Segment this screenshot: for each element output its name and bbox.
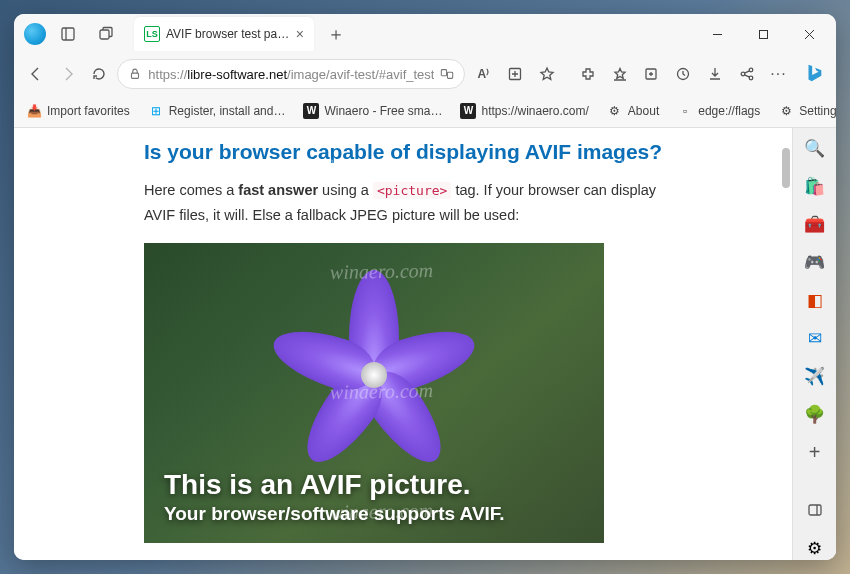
- fav-label: About: [628, 104, 659, 118]
- tab-title: AVIF browser test page: AVIF su…: [166, 27, 290, 41]
- flower-illustration: [264, 265, 484, 485]
- settings-side-icon[interactable]: ⚙: [803, 536, 827, 560]
- svg-point-20: [749, 76, 753, 80]
- svg-rect-4: [759, 30, 767, 38]
- svg-rect-8: [442, 70, 447, 76]
- hide-sidebar-icon[interactable]: [803, 498, 827, 522]
- page-intro: Here comes a fast answer using a <pictur…: [144, 178, 672, 227]
- svg-rect-7: [132, 73, 139, 78]
- svg-line-22: [744, 75, 749, 77]
- gear-icon: ⚙: [607, 103, 623, 119]
- gear-icon: ⚙: [778, 103, 794, 119]
- games-side-icon[interactable]: 🎮: [803, 250, 827, 274]
- tab-favicon: LS: [144, 26, 160, 42]
- url-input[interactable]: https://libre-software.net/image/avif-te…: [117, 59, 465, 89]
- window-close-button[interactable]: [786, 18, 832, 50]
- edge-sidebar: 🔍 🛍️ 🧰 🎮 ◧ ✉ ✈️ 🌳 + ⚙: [792, 128, 836, 560]
- extensions-icon[interactable]: [574, 58, 602, 90]
- fav-label: Settings: [799, 104, 836, 118]
- fav-flags[interactable]: ▫ edge://flags: [673, 100, 764, 122]
- lock-icon: [128, 67, 142, 81]
- windows-icon: ⊞: [148, 103, 164, 119]
- site-icon: W: [460, 103, 476, 119]
- back-button[interactable]: [22, 58, 50, 90]
- content-area: Is your browser capable of displaying AV…: [14, 128, 836, 560]
- add-side-icon[interactable]: +: [803, 440, 827, 464]
- fav-label: edge://flags: [698, 104, 760, 118]
- window-minimize-button[interactable]: [694, 18, 740, 50]
- svg-point-19: [749, 68, 753, 72]
- reading-list-icon[interactable]: [501, 58, 529, 90]
- fav-label: Winaero - Free sma…: [324, 104, 442, 118]
- avif-test-image: This is an AVIF picture. Your browser/so…: [144, 243, 604, 543]
- share-icon[interactable]: [733, 58, 761, 90]
- send-side-icon[interactable]: ✈️: [803, 364, 827, 388]
- fav-register[interactable]: ⊞ Register, install and…: [144, 100, 290, 122]
- outlook-side-icon[interactable]: ✉: [803, 326, 827, 350]
- svg-rect-2: [100, 30, 109, 39]
- svg-rect-23: [809, 505, 821, 515]
- browser-tab[interactable]: LS AVIF browser test page: AVIF su… ×: [134, 17, 314, 51]
- browser-profile-icon[interactable]: [24, 23, 46, 45]
- svg-point-18: [741, 72, 745, 76]
- collections-icon[interactable]: [637, 58, 665, 90]
- svg-line-21: [744, 71, 749, 73]
- favorites-bar: 📥 Import favorites ⊞ Register, install a…: [14, 94, 836, 128]
- fav-import[interactable]: 📥 Import favorites: [22, 100, 134, 122]
- fav-label: Import favorites: [47, 104, 130, 118]
- tab-actions-icon[interactable]: [90, 18, 122, 50]
- image-caption: This is an AVIF picture. Your browser/so…: [164, 469, 505, 525]
- menu-button[interactable]: ···: [765, 58, 793, 90]
- window-maximize-button[interactable]: [740, 18, 786, 50]
- fav-settings[interactable]: ⚙ Settings: [774, 100, 836, 122]
- titlebar: LS AVIF browser test page: AVIF su… × ＋: [14, 14, 836, 54]
- scrollbar-thumb[interactable]: [782, 148, 790, 188]
- favorites-star-icon[interactable]: [533, 58, 561, 90]
- search-side-icon[interactable]: 🔍: [803, 136, 827, 160]
- page-icon: ▫: [677, 103, 693, 119]
- site-icon: W: [303, 103, 319, 119]
- read-aloud-icon[interactable]: A⁾: [469, 58, 497, 90]
- downloads-icon[interactable]: [701, 58, 729, 90]
- import-icon: 📥: [26, 103, 42, 119]
- new-tab-button[interactable]: ＋: [320, 18, 352, 50]
- svg-rect-0: [62, 28, 74, 40]
- tab-close-icon[interactable]: ×: [296, 26, 304, 42]
- tools-side-icon[interactable]: 🧰: [803, 212, 827, 236]
- address-bar: https://libre-software.net/image/avif-te…: [14, 54, 836, 94]
- workspaces-icon[interactable]: [52, 18, 84, 50]
- refresh-button[interactable]: [86, 58, 114, 90]
- fav-label: Register, install and…: [169, 104, 286, 118]
- forward-button[interactable]: [54, 58, 82, 90]
- drop-side-icon[interactable]: 🌳: [803, 402, 827, 426]
- svg-rect-9: [448, 72, 453, 78]
- fav-winaero[interactable]: W Winaero - Free sma…: [299, 100, 446, 122]
- browser-window: LS AVIF browser test page: AVIF su… × ＋: [14, 14, 836, 560]
- fav-about[interactable]: ⚙ About: [603, 100, 663, 122]
- office-side-icon[interactable]: ◧: [803, 288, 827, 312]
- fav-label: https://winaero.com/: [481, 104, 588, 118]
- bing-chat-icon[interactable]: [800, 58, 828, 90]
- page-heading: Is your browser capable of displaying AV…: [144, 140, 672, 164]
- web-page: Is your browser capable of displaying AV…: [14, 128, 792, 560]
- favorites-bar-icon[interactable]: [606, 58, 634, 90]
- shopping-side-icon[interactable]: 🛍️: [803, 174, 827, 198]
- url-text: https://libre-software.net/image/avif-te…: [148, 67, 434, 82]
- fav-winaero-url[interactable]: W https://winaero.com/: [456, 100, 592, 122]
- history-icon[interactable]: [669, 58, 697, 90]
- translate-icon[interactable]: [440, 67, 454, 81]
